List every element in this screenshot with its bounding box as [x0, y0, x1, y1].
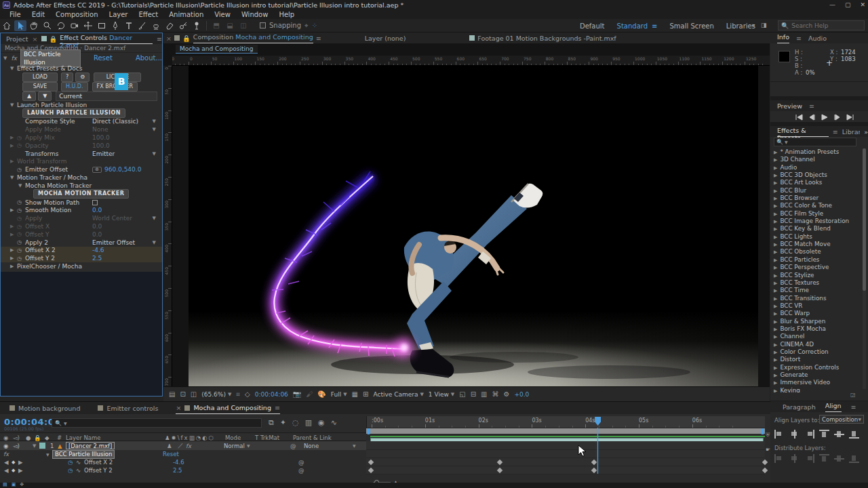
group-launch-particle-illusion[interactable]: ▼Launch Particle Illusion — [1, 101, 162, 109]
playhead-line[interactable] — [597, 428, 598, 474]
chevron-right-icon[interactable]: ▶ — [774, 304, 777, 309]
pixel-aspect-icon[interactable]: ⊞ — [363, 390, 368, 398]
toggle-keys-pane-icon[interactable]: ✥ — [20, 482, 24, 487]
effects-category[interactable]: ▶Immersive Video — [772, 379, 856, 386]
group-world-transform[interactable]: ▶World Transform — [1, 158, 162, 166]
pan-behind-tool-icon[interactable] — [82, 20, 94, 31]
menu-window[interactable]: Window — [236, 11, 273, 18]
menu-composition[interactable]: Composition — [50, 11, 103, 18]
stopwatch-icon[interactable]: ◷ — [68, 467, 73, 474]
chevron-right-icon[interactable]: ▶ — [774, 327, 777, 332]
effects-category[interactable]: ▶BCC Film Style — [772, 210, 856, 218]
panel-menu-icon[interactable]: ≡ — [275, 404, 280, 411]
work-area-end-handle[interactable] — [761, 428, 764, 434]
keyframe-diamond[interactable] — [762, 468, 768, 473]
work-area-start-handle[interactable] — [367, 428, 370, 434]
save-button[interactable]: SAVE — [22, 82, 58, 92]
magnification-dropdown[interactable]: (65.6%)▼ — [201, 391, 231, 398]
shutter-icon[interactable]: ◱ — [459, 390, 465, 398]
tab-effects-presets[interactable]: Effects & Presets — [777, 127, 829, 137]
keyframe-diamond[interactable] — [368, 460, 374, 465]
layer-visibility-icon[interactable]: ◉ — [3, 443, 8, 449]
dropdown-value[interactable]: Emitter — [92, 150, 115, 157]
layer-name-column[interactable]: Layer Name — [66, 434, 100, 441]
group-effect-presets-docs[interactable]: ▼Effect Presets & Docs — [1, 64, 162, 73]
effects-category[interactable]: ▶CINEMA 4D — [772, 341, 856, 348]
property-value[interactable]: -4.6 — [173, 459, 184, 466]
view-axis-icon[interactable]: ◫ — [237, 20, 250, 31]
tab-info[interactable]: Info — [777, 33, 789, 43]
numeric-value[interactable]: 100.0 — [92, 134, 110, 141]
chevron-right-icon[interactable]: ▶ — [774, 249, 777, 255]
first-frame-button[interactable] — [795, 114, 803, 121]
chevron-down-icon[interactable]: ▼ — [10, 66, 17, 71]
numeric-value[interactable]: 0.0 — [92, 207, 102, 214]
layer-name[interactable]: [Dancer 2.mxf] — [66, 442, 115, 449]
snap-options-icon[interactable]: ⌖ — [304, 22, 309, 30]
puppet-pin-tool-icon[interactable] — [191, 20, 203, 31]
effects-category[interactable]: ▶BCC VR — [772, 302, 856, 310]
keyframe-diamond[interactable] — [497, 460, 502, 465]
stopwatch-icon[interactable]: ◷ — [17, 199, 25, 205]
close-icon[interactable]: ✕ — [860, 1, 865, 8]
effects-search[interactable]: 🔍 ▼ — [774, 138, 856, 146]
keyframe-diamond[interactable] — [368, 468, 374, 473]
effects-category[interactable]: ▶BCC Warp — [772, 310, 856, 317]
chevron-right-icon[interactable]: ▶ — [774, 350, 777, 355]
chevron-right-icon[interactable]: ▶ — [774, 380, 777, 386]
panel-menu-icon[interactable]: ≡ — [157, 35, 162, 43]
layered-preview-icon[interactable]: ▤ — [169, 390, 175, 398]
panel-overflow-icon[interactable]: » — [864, 128, 868, 136]
chevron-right-icon[interactable]: ▶ — [10, 247, 17, 253]
menu-help[interactable]: Help — [273, 11, 300, 18]
expression-pickwhip-icon[interactable]: @ — [298, 459, 304, 466]
next-frame-button[interactable] — [833, 114, 842, 121]
last-frame-button[interactable] — [846, 114, 854, 121]
chevron-right-icon[interactable]: ▶ — [774, 226, 777, 232]
menu-effect[interactable]: Effect — [133, 11, 163, 18]
snapping-checkbox[interactable] — [260, 22, 266, 28]
chevron-right-icon[interactable]: ▶ — [774, 196, 777, 201]
effects-category[interactable]: ▶BCC Image Restoration — [772, 218, 856, 225]
expression-pickwhip-icon[interactable]: @ — [298, 467, 304, 474]
effects-category[interactable]: ▶Boris FX Mocha — [772, 325, 856, 333]
chevron-right-icon[interactable]: ▶ — [774, 235, 777, 240]
numeric-value[interactable]: 0.0 — [92, 231, 102, 238]
keyframe-diamond[interactable] — [762, 460, 768, 465]
timeline-tab-mocha-and-compositing[interactable]: ×Mocha and Compositing≡ — [176, 402, 279, 414]
chevron-right-icon[interactable]: ▶ — [774, 373, 777, 378]
camera-dropdown[interactable]: Active Camera▼ — [373, 391, 423, 398]
toggle-switches-pane-icon[interactable]: ▤ — [3, 482, 7, 487]
effects-category[interactable]: ▶* Animation Presets — [772, 148, 856, 156]
crosshair-button[interactable]: ⊕ — [92, 167, 102, 173]
chevron-right-icon[interactable]: ▶ — [774, 173, 777, 178]
effects-scrollbar[interactable] — [863, 148, 866, 389]
channel-color-icon[interactable]: 🎨 — [317, 390, 326, 398]
selection-tool-icon[interactable] — [14, 20, 26, 31]
toggle-transfer-pane-icon[interactable]: ▣ — [12, 482, 16, 487]
search-dropdown-icon[interactable]: ▼ — [64, 421, 67, 426]
menu-layer[interactable]: Layer — [104, 11, 134, 18]
timeline-effect-name[interactable]: BCC Particle Illusion — [53, 451, 114, 458]
next-keyframe-icon[interactable]: ▶ — [18, 467, 23, 474]
chevron-right-icon[interactable]: ▶ — [10, 143, 17, 148]
effects-category[interactable]: ▶BCC Particles — [772, 256, 856, 264]
chevron-right-icon[interactable]: ▶ — [774, 342, 777, 348]
export-frame-icon[interactable]: ⊟ — [471, 390, 476, 398]
property-value[interactable]: 2.5 — [173, 467, 182, 474]
group-pixelchooser-mocha[interactable]: ▶PixelChooser / Mocha — [1, 262, 162, 270]
chevron-right-icon[interactable]: ▶ — [774, 357, 777, 363]
stopwatch-icon[interactable]: ◷ — [68, 459, 73, 466]
hud-button[interactable]: H.U.D. — [61, 82, 88, 92]
chevron-right-icon[interactable]: ▶ — [774, 180, 777, 186]
param-offset-x-2[interactable]: ▶◷Offset X 2-4.6 — [1, 247, 162, 255]
chevron-right-icon[interactable]: ▶ — [774, 334, 777, 340]
effects-category[interactable]: ▶BCC Blur — [772, 187, 856, 195]
distribute-right-button[interactable] — [804, 454, 814, 463]
chevron-right-icon[interactable]: ▶ — [774, 311, 777, 317]
clone-stamp-tool-icon[interactable] — [150, 20, 162, 31]
distribute-bottom-button[interactable] — [849, 454, 859, 463]
chevron-down-icon[interactable]: ▼ — [46, 452, 50, 457]
menu-edit[interactable]: Edit — [26, 11, 50, 18]
chevron-right-icon[interactable]: ▶ — [10, 224, 17, 229]
